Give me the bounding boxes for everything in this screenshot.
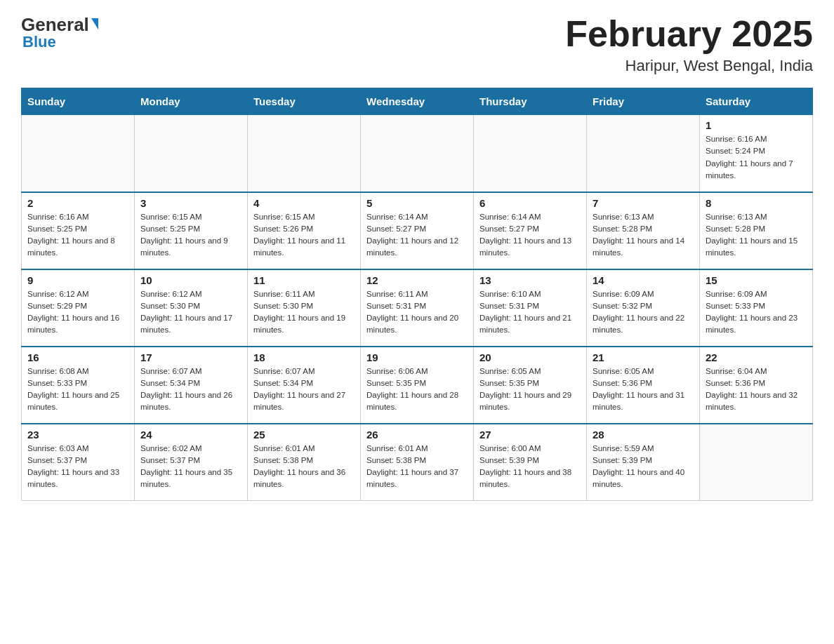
sunset-text: Sunset: 5:25 PM <box>140 223 241 235</box>
calendar-cell: 21Sunrise: 6:05 AMSunset: 5:36 PMDayligh… <box>587 347 700 424</box>
sunrise-text: Sunrise: 6:02 AM <box>140 443 241 455</box>
month-title: February 2025 <box>565 14 813 54</box>
sunset-text: Sunset: 5:34 PM <box>253 377 355 389</box>
weekday-header-monday: Monday <box>135 88 248 115</box>
sunset-text: Sunset: 5:27 PM <box>479 223 581 235</box>
day-info: Sunrise: 6:07 AMSunset: 5:34 PMDaylight:… <box>140 365 241 414</box>
day-number: 7 <box>593 197 694 209</box>
daylight-text: Daylight: 11 hours and 27 minutes. <box>253 389 355 414</box>
calendar-cell: 13Sunrise: 6:10 AMSunset: 5:31 PMDayligh… <box>474 269 587 347</box>
day-number: 27 <box>479 429 581 441</box>
calendar-cell: 16Sunrise: 6:08 AMSunset: 5:33 PMDayligh… <box>22 347 135 424</box>
calendar-cell <box>22 115 135 192</box>
day-number: 13 <box>479 274 581 286</box>
calendar-cell <box>587 115 700 192</box>
sunrise-text: Sunrise: 6:10 AM <box>479 288 581 300</box>
day-info: Sunrise: 6:14 AMSunset: 5:27 PMDaylight:… <box>366 211 468 260</box>
calendar-cell: 11Sunrise: 6:11 AMSunset: 5:30 PMDayligh… <box>248 269 361 347</box>
sunrise-text: Sunrise: 6:08 AM <box>27 365 128 377</box>
sunrise-text: Sunrise: 6:14 AM <box>366 211 468 223</box>
calendar-week-row: 23Sunrise: 6:03 AMSunset: 5:37 PMDayligh… <box>22 424 813 501</box>
sunset-text: Sunset: 5:35 PM <box>366 377 468 389</box>
daylight-text: Daylight: 11 hours and 15 minutes. <box>706 235 807 260</box>
sunrise-text: Sunrise: 6:01 AM <box>253 443 355 455</box>
day-number: 11 <box>253 274 355 286</box>
sunset-text: Sunset: 5:28 PM <box>593 223 694 235</box>
daylight-text: Daylight: 11 hours and 37 minutes. <box>366 467 468 491</box>
sunset-text: Sunset: 5:30 PM <box>140 300 241 312</box>
day-number: 8 <box>706 197 807 209</box>
sunset-text: Sunset: 5:35 PM <box>479 377 581 389</box>
day-number: 10 <box>140 274 241 286</box>
daylight-text: Daylight: 11 hours and 29 minutes. <box>479 389 581 414</box>
day-number: 14 <box>593 274 694 286</box>
weekday-header-tuesday: Tuesday <box>248 88 361 115</box>
day-info: Sunrise: 6:05 AMSunset: 5:35 PMDaylight:… <box>479 365 581 414</box>
sunrise-text: Sunrise: 6:04 AM <box>706 365 807 377</box>
location-title: Haripur, West Bengal, India <box>565 57 813 75</box>
calendar-cell: 27Sunrise: 6:00 AMSunset: 5:39 PMDayligh… <box>474 424 587 501</box>
daylight-text: Daylight: 11 hours and 22 minutes. <box>593 312 694 337</box>
daylight-text: Daylight: 11 hours and 36 minutes. <box>253 467 355 491</box>
sunrise-text: Sunrise: 6:16 AM <box>706 133 807 145</box>
day-number: 1 <box>706 119 807 131</box>
sunrise-text: Sunrise: 6:07 AM <box>253 365 355 377</box>
weekday-header-friday: Friday <box>587 88 700 115</box>
sunrise-text: Sunrise: 6:00 AM <box>479 443 581 455</box>
daylight-text: Daylight: 11 hours and 11 minutes. <box>253 235 355 260</box>
calendar-cell: 24Sunrise: 6:02 AMSunset: 5:37 PMDayligh… <box>135 424 248 501</box>
day-info: Sunrise: 6:11 AMSunset: 5:30 PMDaylight:… <box>253 288 355 337</box>
day-number: 26 <box>366 429 468 441</box>
sunrise-text: Sunrise: 6:16 AM <box>27 211 128 223</box>
daylight-text: Daylight: 11 hours and 35 minutes. <box>140 467 241 491</box>
daylight-text: Daylight: 11 hours and 25 minutes. <box>27 389 128 414</box>
calendar-cell: 19Sunrise: 6:06 AMSunset: 5:35 PMDayligh… <box>361 347 474 424</box>
calendar-cell: 25Sunrise: 6:01 AMSunset: 5:38 PMDayligh… <box>248 424 361 501</box>
daylight-text: Daylight: 11 hours and 16 minutes. <box>27 312 128 337</box>
sunset-text: Sunset: 5:33 PM <box>27 377 128 389</box>
calendar-cell: 8Sunrise: 6:13 AMSunset: 5:28 PMDaylight… <box>700 192 813 269</box>
sunset-text: Sunset: 5:38 PM <box>366 455 468 467</box>
calendar-cell: 10Sunrise: 6:12 AMSunset: 5:30 PMDayligh… <box>135 269 248 347</box>
daylight-text: Daylight: 11 hours and 23 minutes. <box>706 312 807 337</box>
sunset-text: Sunset: 5:33 PM <box>706 300 807 312</box>
day-number: 3 <box>140 197 241 209</box>
sunset-text: Sunset: 5:37 PM <box>140 455 241 467</box>
calendar-table: SundayMondayTuesdayWednesdayThursdayFrid… <box>21 88 813 501</box>
daylight-text: Daylight: 11 hours and 17 minutes. <box>140 312 241 337</box>
calendar-cell: 17Sunrise: 6:07 AMSunset: 5:34 PMDayligh… <box>135 347 248 424</box>
sunrise-text: Sunrise: 5:59 AM <box>593 443 694 455</box>
sunset-text: Sunset: 5:34 PM <box>140 377 241 389</box>
day-info: Sunrise: 5:59 AMSunset: 5:39 PMDaylight:… <box>593 443 694 491</box>
day-info: Sunrise: 6:15 AMSunset: 5:26 PMDaylight:… <box>253 211 355 260</box>
calendar-cell <box>135 115 248 192</box>
day-number: 28 <box>593 429 694 441</box>
logo: General Blue <box>21 14 98 51</box>
calendar-cell: 14Sunrise: 6:09 AMSunset: 5:32 PMDayligh… <box>587 269 700 347</box>
calendar-cell <box>700 424 813 501</box>
calendar-cell <box>474 115 587 192</box>
daylight-text: Daylight: 11 hours and 9 minutes. <box>140 235 241 260</box>
day-info: Sunrise: 6:03 AMSunset: 5:37 PMDaylight:… <box>27 443 128 491</box>
day-number: 23 <box>27 429 128 441</box>
daylight-text: Daylight: 11 hours and 31 minutes. <box>593 389 694 414</box>
day-number: 6 <box>479 197 581 209</box>
sunset-text: Sunset: 5:26 PM <box>253 223 355 235</box>
day-info: Sunrise: 6:09 AMSunset: 5:33 PMDaylight:… <box>706 288 807 337</box>
sunset-text: Sunset: 5:36 PM <box>593 377 694 389</box>
day-info: Sunrise: 6:13 AMSunset: 5:28 PMDaylight:… <box>593 211 694 260</box>
day-number: 18 <box>253 351 355 363</box>
sunrise-text: Sunrise: 6:09 AM <box>593 288 694 300</box>
calendar-cell: 4Sunrise: 6:15 AMSunset: 5:26 PMDaylight… <box>248 192 361 269</box>
day-info: Sunrise: 6:01 AMSunset: 5:38 PMDaylight:… <box>253 443 355 491</box>
day-number: 17 <box>140 351 241 363</box>
day-info: Sunrise: 6:12 AMSunset: 5:30 PMDaylight:… <box>140 288 241 337</box>
page-header: General Blue February 2025 Haripur, West… <box>21 14 813 75</box>
calendar-week-row: 1Sunrise: 6:16 AMSunset: 5:24 PMDaylight… <box>22 115 813 192</box>
sunset-text: Sunset: 5:39 PM <box>479 455 581 467</box>
calendar-cell: 23Sunrise: 6:03 AMSunset: 5:37 PMDayligh… <box>22 424 135 501</box>
calendar-cell: 20Sunrise: 6:05 AMSunset: 5:35 PMDayligh… <box>474 347 587 424</box>
daylight-text: Daylight: 11 hours and 7 minutes. <box>706 158 807 182</box>
logo-blue-text: Blue <box>22 33 56 51</box>
sunrise-text: Sunrise: 6:01 AM <box>366 443 468 455</box>
